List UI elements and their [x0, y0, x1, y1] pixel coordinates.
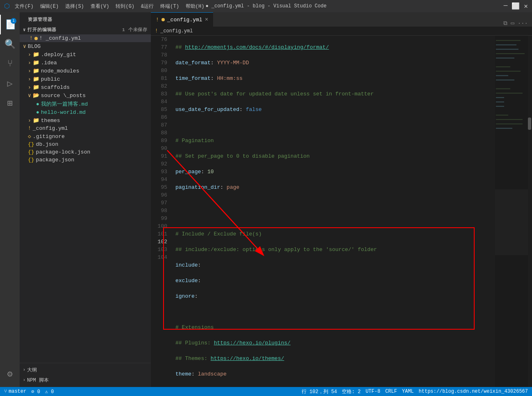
folder-icon: 📂: [33, 92, 39, 99]
chevron-right-icon: ›: [28, 118, 31, 124]
tab-config-yml[interactable]: ! _config.yml ×: [151, 12, 213, 27]
git-branch-icon: ⑂ master: [4, 389, 26, 394]
braces-icon: {}: [28, 157, 34, 163]
line-num-93: 93: [151, 168, 167, 176]
sidebar-item-hello-world[interactable]: ● hello-world.md: [20, 109, 151, 116]
code-line-82: # Pagination: [175, 137, 495, 145]
sidebar-item-node-modules[interactable]: › 📁 node_modules: [20, 67, 151, 75]
sidebar-item-scaffolds[interactable]: › 📁 scaffolds: [20, 83, 151, 91]
language-mode[interactable]: YAML: [402, 389, 414, 394]
npm-section[interactable]: › NPM 脚本: [20, 375, 151, 385]
open-editors-section[interactable]: ∨ 打开的编辑器 1 个未保存: [20, 25, 151, 34]
sidebar-item-themes[interactable]: › 📁 themes: [20, 116, 151, 124]
maximize-button[interactable]: ⬜: [512, 2, 520, 10]
outline-section[interactable]: › 大纲: [20, 365, 151, 375]
activity-bar-search[interactable]: 🔍: [0, 34, 20, 54]
folder-name: .idea: [41, 60, 57, 66]
sidebar-item-package-json[interactable]: {} package.json: [20, 156, 151, 164]
line-num-81: 81: [151, 75, 167, 82]
line-num-95: 95: [151, 183, 167, 191]
code-line-97: theme: landscape: [175, 370, 495, 378]
code-line-76: ## http://momentjs.com/docs/#/displaying…: [175, 43, 495, 51]
activity-bar: 📄 1 🔍 ⑂ ▷ ⊞ ⚙: [0, 12, 20, 387]
branch-name: master: [9, 389, 26, 394]
warnings-count: ⚠ 0: [45, 389, 54, 395]
menu-view[interactable]: 查看(V): [91, 3, 109, 10]
activity-bar-explorer[interactable]: 📄 1: [0, 15, 20, 34]
code-editor[interactable]: 76 77 78 79 80 81 82 83 84 85 86 87 88 8…: [151, 36, 532, 387]
status-bar-right: 行 102，列 54 空格: 2 UTF-8 CRLF YAML https:/…: [302, 388, 528, 395]
menu-help[interactable]: 帮助(H): [186, 3, 205, 10]
line-num-87: 87: [151, 121, 167, 129]
menu-run[interactable]: &运行: [141, 3, 154, 10]
sidebar-item-config-yml[interactable]: ! _config.yml: [20, 124, 151, 132]
open-file-config[interactable]: ! ! _config.yml: [20, 34, 151, 42]
encoding: UTF-8: [366, 389, 380, 394]
open-editors-label: 打开的编辑器: [27, 27, 57, 33]
menu-select[interactable]: 选择(S): [65, 3, 84, 10]
main-layout: 📄 1 🔍 ⑂ ▷ ⊞ ⚙ 资源管理器 ∨ 打开的编辑器 1 个未保存: [0, 12, 532, 387]
project-name: BLOG: [28, 43, 41, 50]
split-editor-icon[interactable]: ⧉: [503, 20, 507, 27]
title-bar-left: ⬡ 文件(F) 编辑(E) 选择(S) 查看(V) 转到(G) &运行 终端(T…: [4, 2, 204, 10]
code-line-83: ## Set per_page to 0 to disable paginati…: [175, 152, 495, 160]
window-controls[interactable]: — ⬜ ✕: [504, 2, 528, 10]
svg-rect-7: [496, 71, 521, 72]
sidebar-item-package-lock[interactable]: {} package-lock.json: [20, 148, 151, 156]
menu-edit[interactable]: 编辑(E): [40, 3, 59, 10]
sidebar-item-deploy-git[interactable]: › 📁 .deploy_git: [20, 50, 151, 59]
more-actions-icon[interactable]: ···: [518, 20, 528, 27]
activity-bar-extensions[interactable]: ⊞: [0, 93, 20, 113]
sidebar-item-source-posts[interactable]: ∨ 📂 source \_posts: [20, 91, 151, 100]
code-content[interactable]: ## http://momentjs.com/docs/#/displaying…: [171, 36, 495, 387]
menu-goto[interactable]: 转到(G): [116, 3, 134, 10]
folder-name: themes: [41, 118, 60, 124]
feedback-link[interactable]: https://blog.csdn.net/weixin_43026567: [419, 389, 528, 394]
folder-name: node_modules: [41, 68, 80, 74]
tab-close-button[interactable]: ×: [205, 16, 208, 23]
svg-rect-12: [496, 97, 504, 98]
close-button[interactable]: ✕: [524, 2, 528, 10]
code-line-88: # Include / Exclude file(s): [175, 230, 495, 238]
branch-icon: ⑂: [4, 389, 7, 394]
sidebar-item-gitignore[interactable]: ◇ .gitignore: [20, 132, 151, 140]
sidebar-item-first-blog[interactable]: ● 我的第一篇博客.md: [20, 100, 151, 109]
line-num-80: 80: [151, 67, 167, 75]
chevron-right-icon: ›: [23, 378, 25, 382]
activity-bar-debug[interactable]: ▷: [0, 74, 20, 93]
code-line-84: per_page: 10: [175, 168, 495, 176]
chevron-right-icon: ›: [28, 76, 31, 82]
svg-rect-13: [496, 102, 504, 102]
code-line-89: ## include:/exclude: options only apply …: [175, 246, 495, 253]
sidebar-item-db-json[interactable]: {} db.json: [20, 140, 151, 148]
sidebar-item-idea[interactable]: › 📁 .idea: [20, 59, 151, 67]
project-root[interactable]: ∨ BLOG: [20, 42, 151, 50]
svg-rect-6: [496, 66, 510, 67]
svg-rect-10: [496, 88, 510, 89]
window-title: ● _config.yml - blog - Visual Studio Cod…: [205, 3, 326, 9]
activity-bar-settings[interactable]: ⚙: [0, 364, 20, 384]
menu-terminal[interactable]: 终端(T): [160, 3, 179, 10]
file-icon: ●: [36, 109, 39, 115]
toggle-panel-icon[interactable]: ▭: [511, 20, 514, 27]
line-num-78: 78: [151, 51, 167, 59]
unsaved-count: 1 个未保存: [122, 27, 148, 33]
vertical-scrollbar[interactable]: [528, 36, 532, 387]
line-num-102: 102: [151, 238, 167, 246]
tab-bar: ! _config.yml × ⧉ ▭ ···: [151, 12, 532, 27]
code-line-80: use_date_for_updated: false: [175, 106, 495, 113]
indentation: 空格: 2: [342, 388, 361, 395]
activity-bar-git[interactable]: ⑂: [0, 54, 20, 74]
braces-icon: {}: [28, 149, 34, 155]
sidebar-item-public[interactable]: › 📁 public: [20, 75, 151, 83]
vscode-icon: ⬡: [4, 2, 10, 10]
folder-icon: 📁: [33, 68, 39, 74]
menu-file[interactable]: 文件(F): [15, 3, 34, 10]
scrollbar-thumb[interactable]: [528, 118, 531, 130]
line-num-79: 79: [151, 59, 167, 67]
svg-rect-4: [496, 53, 525, 54]
minimize-button[interactable]: —: [504, 2, 508, 10]
open-file-name: ! _config.yml: [39, 35, 81, 41]
line-num-76: 76: [151, 36, 167, 43]
title-bar-menu[interactable]: 文件(F) 编辑(E) 选择(S) 查看(V) 转到(G) &运行 终端(T) …: [15, 3, 204, 10]
